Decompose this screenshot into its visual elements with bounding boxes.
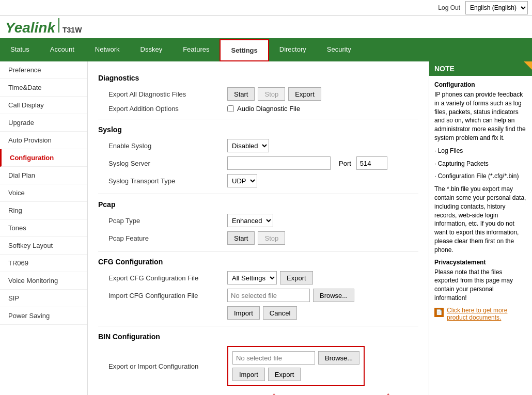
nav-dsskey[interactable]: Dsskey (130, 39, 173, 61)
import-cfg-label: Import CFG Configuration File (108, 292, 227, 299)
sidebar-item-tr069[interactable]: TR069 (0, 255, 87, 272)
bin-file-input[interactable] (232, 351, 315, 365)
export-all-row: Export All Diagnostic Files Start Stop E… (98, 87, 418, 101)
export-addition-controls: Audio Diagnostic File (227, 105, 300, 113)
pcap-feature-label: Pcap Feature (108, 234, 227, 242)
nav-features[interactable]: Features (173, 39, 220, 61)
nav-directory[interactable]: Directory (269, 39, 317, 61)
audio-diag-checkbox-row: Audio Diagnostic File (227, 105, 300, 113)
note-doc-link-container: 📄 Click here to get more product documen… (434, 307, 527, 321)
privacy-text: Please note that the files exported from… (434, 268, 527, 303)
arrow-up-icon: ↑ (272, 390, 276, 395)
sidebar-item-configuration[interactable]: Configuration (0, 149, 87, 167)
sidebar-item-preference[interactable]: Preference (0, 61, 87, 79)
nav-network[interactable]: Network (85, 39, 130, 61)
transport-select[interactable]: UDP TCP (227, 174, 257, 187)
model-name: T31W (62, 26, 82, 34)
export-button-diag[interactable]: Export (288, 87, 321, 101)
enable-syslog-controls: Disabled Enabled (227, 139, 269, 152)
cfg-title: CFG Configuration (98, 258, 418, 266)
bin-row: Export or Import Configuration Browse...… (98, 346, 418, 386)
cancel-cfg-button[interactable]: Cancel (263, 306, 297, 320)
sidebar-item-auto-provision[interactable]: Auto Provision (0, 132, 87, 149)
arrow-export: ↑ חדש (383, 390, 394, 395)
note-bullet2: · Capturing Packets (434, 160, 527, 168)
main-content: Diagnostics Export All Diagnostic Files … (88, 61, 429, 395)
port-label: Port (339, 160, 351, 167)
import-bin-button[interactable]: Import (232, 368, 265, 381)
config-note-title: Configuration (434, 81, 527, 88)
arrow-up-icon-2: ↑ (386, 390, 390, 395)
import-cfg-file-input[interactable] (227, 289, 310, 302)
export-all-label: Export All Diagnostic Files (108, 90, 227, 98)
transport-controls: UDP TCP (227, 174, 257, 187)
sidebar-item-voice-monitoring[interactable]: Voice Monitoring (0, 272, 87, 290)
cfg-export-select[interactable]: All Settings (227, 271, 277, 285)
nav-security[interactable]: Security (317, 39, 362, 61)
transport-row: Syslog Transport Type UDP TCP (98, 174, 418, 187)
stop-button-diag[interactable]: Stop (258, 87, 285, 101)
sidebar-item-call-display[interactable]: Call Display (0, 97, 87, 114)
arrow-import: ↑ חדש (269, 390, 279, 395)
pcap-feature-controls: Start Stop (227, 231, 285, 245)
export-cfg-row: Export CFG Configuration File All Settin… (98, 271, 418, 285)
sidebar-item-tones[interactable]: Tones (0, 219, 87, 237)
syslog-server-label: Syslog Server (108, 160, 227, 167)
pcap-type-controls: Enhanced Normal (227, 214, 273, 227)
syslog-server-input[interactable] (227, 156, 331, 170)
sidebar-item-ring[interactable]: Ring (0, 202, 87, 219)
sidebar-item-voice[interactable]: Voice (0, 184, 87, 202)
import-cfg-button[interactable]: Import (227, 306, 260, 320)
doc-icon: 📄 (434, 308, 444, 317)
bin-action-row: Import Export (232, 368, 359, 381)
sidebar-item-upgrade[interactable]: Upgrade (0, 114, 87, 132)
import-cfg-row: Import CFG Configuration File Browse... (98, 289, 418, 302)
divider-4 (98, 326, 418, 326)
import-cfg-action-controls: Import Cancel (227, 306, 297, 320)
export-cfg-controls: All Settings Export (227, 271, 313, 285)
nav-account[interactable]: Account (40, 39, 85, 61)
start-button-pcap[interactable]: Start (227, 231, 255, 245)
pcap-type-select[interactable]: Enhanced Normal (227, 214, 273, 227)
nav-settings[interactable]: Settings (220, 39, 269, 61)
nav-status[interactable]: Status (0, 39, 40, 61)
arrow-annotations: ↑ חדש ↑ חדש (98, 390, 418, 395)
export-addition-label: Export Addition Options (108, 105, 227, 113)
export-cfg-label: Export CFG Configuration File (108, 274, 227, 282)
enable-syslog-label: Enable Syslog (108, 142, 227, 150)
note-bin-text: The *.bin file you export may contain so… (434, 185, 527, 254)
divider-2 (98, 194, 418, 194)
audio-diag-checkbox[interactable] (227, 105, 234, 112)
browse-cfg-button[interactable]: Browse... (313, 289, 354, 302)
bin-file-row: Browse... (232, 351, 359, 365)
syslog-server-row: Syslog Server Port (98, 156, 418, 170)
stop-button-pcap[interactable]: Stop (258, 231, 285, 245)
start-button-diag[interactable]: Start (227, 87, 255, 101)
sidebar-item-sip[interactable]: SIP (0, 290, 87, 307)
sidebar-item-softkey-layout[interactable]: Softkey Layout (0, 237, 87, 255)
sidebar-item-dial-plan[interactable]: Dial Plan (0, 167, 87, 184)
privacy-title: Privacystatement (434, 259, 527, 266)
import-cfg-controls: Browse... (227, 289, 354, 302)
note-bullet1: · Log Files (434, 147, 527, 155)
export-cfg-button[interactable]: Export (280, 271, 313, 285)
header: Yealink T31W (0, 16, 532, 39)
top-bar: Log Out English (English) (0, 0, 532, 16)
doc-link[interactable]: Click here to get more product documents… (447, 307, 527, 321)
sidebar-item-timedate[interactable]: Time&Date (0, 79, 87, 97)
sidebar-item-power-saving[interactable]: Power Saving (0, 307, 87, 325)
sidebar: Preference Time&Date Call Display Upgrad… (0, 61, 88, 395)
logout-link[interactable]: Log Out (438, 4, 460, 11)
enable-syslog-row: Enable Syslog Disabled Enabled (98, 139, 418, 152)
bin-title: BIN Configuration (98, 333, 418, 341)
pcap-type-row: Pcap Type Enhanced Normal (98, 214, 418, 227)
logo-separator (58, 18, 59, 33)
export-bin-button[interactable]: Export (268, 368, 301, 381)
port-input[interactable] (356, 156, 387, 170)
syslog-enabled-select[interactable]: Disabled Enabled (227, 139, 269, 152)
nav-bar: Status Account Network Dsskey Features S… (0, 39, 532, 61)
pcap-type-label: Pcap Type (108, 217, 227, 225)
syslog-server-controls: Port (227, 156, 387, 170)
browse-bin-button[interactable]: Browse... (318, 351, 359, 365)
language-select[interactable]: English (English) (465, 1, 528, 14)
